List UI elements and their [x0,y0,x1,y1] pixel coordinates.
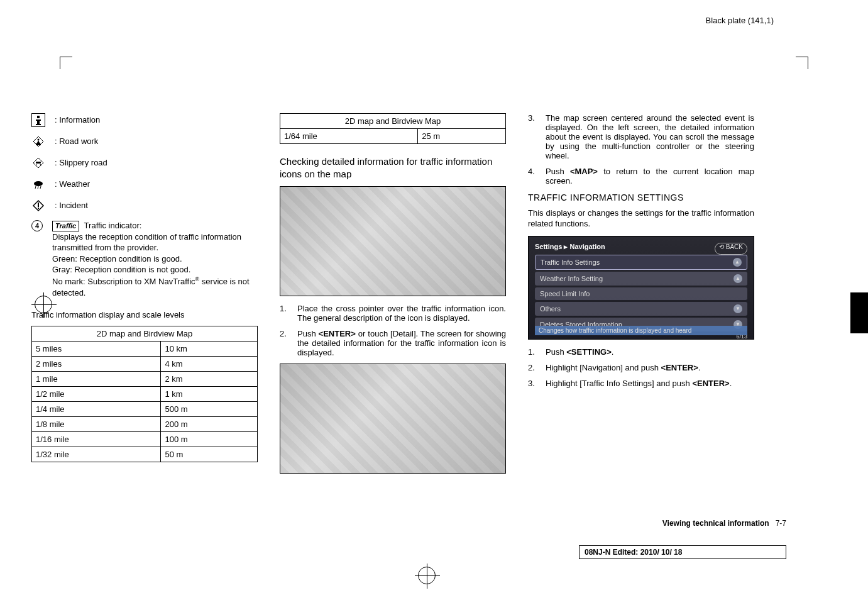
arrow-up-icon: ▲ [733,258,742,267]
settings-item: Others▼ [535,302,747,316]
step-item: Push <SETTING>. [528,347,754,357]
column-2: 2D map and Birdview Map 1/64 mile25 m Ch… [280,113,506,481]
settings-item: Speed Limit Info [535,287,747,300]
icon-row-roadwork: : Road work [31,135,258,148]
step-item: Highlight [Traffic Info Settings] and pu… [528,379,754,388]
scale-table-1: 2D map and Birdview Map 5 miles10 km 2 m… [31,326,258,462]
settings-breadcrumb: Settings ▸ Navigation [535,243,605,251]
icon-row-incident: : Incident [31,199,258,213]
slippery-icon [31,156,45,170]
step-item: Highlight [Navigation] and push <ENTER>. [528,363,754,372]
table-row: 1/64 mile25 m [280,129,506,144]
table-row: 2 miles4 km [32,357,258,372]
traffic-body: Green: Reception condition is good. [52,253,258,265]
corner-mark-tr [796,57,808,69]
svg-rect-0 [37,116,40,118]
back-button-img: ⟲ BACK [715,243,747,255]
check-detail-heading: Checking detailed information for traffi… [280,155,506,181]
step-item: Place the cross pointer over the traffic… [280,304,506,323]
page-footer: Viewing technical information 7-7 [662,519,786,528]
steps-list-1: Place the cross pointer over the traffic… [280,304,506,357]
setting-button-ref: <SETTING> [566,347,612,357]
table-row: 1 mile2 km [32,372,258,387]
icon-label: : Road work [55,135,98,147]
incident-icon [31,199,45,213]
side-tab [850,292,868,333]
settings-item: Traffic Info Settings▲ [535,255,747,270]
settings-footer: Changes how traffic information is displ… [535,326,747,335]
icon-label: : Slippery road [55,156,107,169]
enter-button-ref: <ENTER> [319,329,356,338]
scale-table-2: 2D map and Birdview Map 1/64 mile25 m [280,113,506,144]
traffic-body: Gray: Reception condition is not good. [52,264,258,275]
svg-rect-2 [36,119,41,121]
svg-rect-13 [38,203,39,207]
traffic-body: No mark: Subscription to XM NavTraffic® … [52,275,258,298]
table-row: 1/2 mile1 km [32,387,258,402]
information-icon [31,113,45,127]
table-row: 1/16 mile100 m [32,432,258,447]
svg-line-10 [38,186,38,189]
weather-icon [31,177,45,191]
map-screenshot-2 [280,364,506,474]
doc-edit-info: 08NJ-N Edited: 2010/ 10/ 18 [579,545,786,559]
traffic-badge: Traffic [52,221,79,231]
traffic-settings-para: This displays or changes the settings fo… [528,208,754,230]
table-row: 5 miles10 km [32,342,258,357]
svg-rect-3 [36,124,41,125]
scroll-icon: ▲ [733,274,742,283]
step-item: The map screen centered around the selec… [528,113,754,160]
table-row: 1/4 mile500 m [32,402,258,417]
icon-label: : Weather [55,177,90,190]
traffic-settings-heading: TRAFFIC INFORMATION SETTINGS [528,192,754,204]
svg-rect-14 [38,208,39,209]
number-4-icon: 4 [31,220,43,231]
registration-mark-left [35,296,52,313]
svg-line-11 [40,186,41,189]
table-header: 2D map and Birdview Map [280,114,506,129]
icon-row-information: : Information [31,113,258,127]
step-item: Push <MAP> to return to the current loca… [528,167,754,186]
column-3: The map screen centered around the selec… [528,113,754,481]
icon-label: : Information [55,113,100,126]
plate-header: Black plate (141,1) [706,16,774,25]
steps-list-3: Push <SETTING>. Highlight [Navigation] a… [528,347,754,388]
corner-mark-tl [60,57,72,69]
table-row: 1/32 mile50 m [32,447,258,462]
steps-list-2: The map screen centered around the selec… [528,113,754,186]
svg-point-8 [34,181,43,186]
table-header: 2D map and Birdview Map [32,326,258,342]
registration-mark-bottom [418,567,436,584]
scale-heading: Traffic information display and scale le… [31,309,258,321]
settings-screenshot: Settings ▸ Navigation ⟲ BACK Traffic Inf… [528,236,754,340]
map-button-ref: <MAP> [570,167,598,176]
enter-button-ref: <ENTER> [692,379,729,388]
svg-rect-7 [36,162,41,164]
scroll-icon: ▼ [733,304,742,313]
traffic-indicator-title: Traffic Traffic indicator: [52,220,258,231]
traffic-indicator-row: 4 Traffic Traffic indicator: Displays th… [31,220,258,298]
icon-row-slippery: : Slippery road [31,156,258,170]
settings-item: Weather Info Setting▲ [535,272,747,286]
svg-line-9 [35,186,36,189]
column-1: : Information : Road work : Slippery roa… [31,113,258,481]
enter-button-ref: <ENTER> [661,363,698,372]
roadwork-icon [31,135,45,148]
traffic-body: Displays the reception condition of traf… [52,231,258,253]
content-columns: : Information : Road work : Slippery roa… [31,113,837,481]
map-screenshot-1 [280,186,506,296]
table-row: 1/8 mile200 m [32,417,258,432]
icon-label: : Incident [55,199,88,211]
step-item: Push <ENTER> or touch [Detail]. The scre… [280,329,506,357]
icon-row-weather: : Weather [31,177,258,191]
